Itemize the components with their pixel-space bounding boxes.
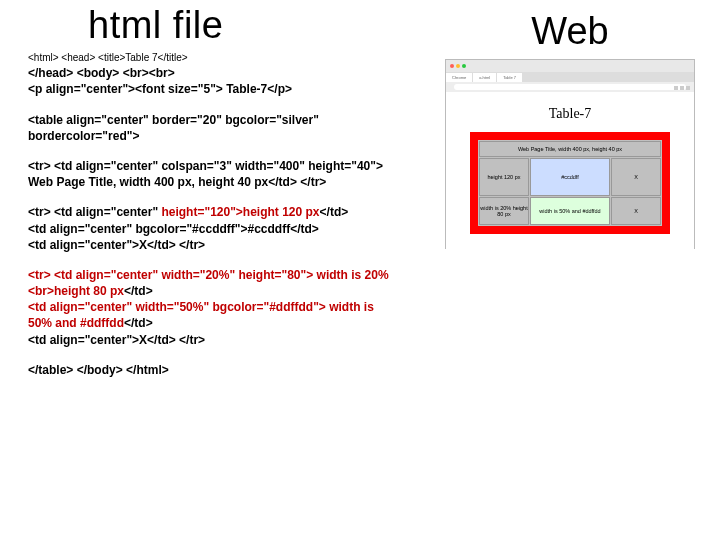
rendered-table: Web Page Title, width 400 px, height 40 … — [470, 132, 670, 234]
code-line: bordercolor="red"> — [28, 129, 139, 143]
code-line: </table> </body> </html> — [28, 362, 398, 378]
left-heading: html file — [88, 4, 398, 47]
tab-bar: Chrome a.html Table 7 — [446, 72, 694, 82]
rendered-title: Table-7 — [456, 106, 684, 122]
code-line: </td> — [124, 284, 153, 298]
code-highlight: <td align="center" width="50%" bgcolor="… — [28, 300, 374, 330]
right-heading: Web — [440, 10, 700, 53]
code-line: <tr> <td align="center" — [28, 205, 161, 219]
table-cell: X — [611, 197, 661, 225]
address-bar[interactable] — [454, 84, 686, 90]
code-line: Web Page Title, width 400 px, height 40 … — [28, 175, 268, 189]
close-icon[interactable] — [450, 64, 454, 68]
bookmark-icon[interactable] — [680, 86, 684, 90]
bookmark-icon[interactable] — [686, 86, 690, 90]
table-cell-blue: #ccddff — [530, 158, 610, 196]
code-line: <tr> <td align="center" colspan="3" widt… — [28, 159, 383, 173]
bookmark-icon[interactable] — [674, 86, 678, 90]
browser-tab[interactable]: a.html — [473, 73, 496, 82]
code-line: </td> — [320, 205, 349, 219]
code-highlight: <tr> <td align="center" width="20%" heig… — [28, 268, 389, 298]
table-cell: width is 20% height 80 px — [479, 197, 529, 225]
code-line: <table align="center" border="20" bgcolo… — [28, 113, 319, 127]
browser-tab[interactable]: Table 7 — [497, 73, 522, 82]
code-line: <p align="center"><font size="5"> Table-… — [28, 82, 292, 96]
code-line: <td align="center">X</td> </tr> — [28, 333, 205, 347]
window-controls — [446, 60, 694, 72]
toolbar — [446, 82, 694, 92]
table-cell: X — [611, 158, 661, 196]
minimize-icon[interactable] — [456, 64, 460, 68]
table-cell-header: Web Page Title, width 400 px, height 40 … — [479, 141, 661, 157]
code-line: <html> <head> <title>Table 7</title> — [28, 52, 188, 63]
browser-tab[interactable]: Chrome — [446, 73, 472, 82]
table-cell: height 120 px — [479, 158, 529, 196]
code-line: </td> </tr> — [268, 175, 326, 189]
code-line: </td> — [124, 316, 153, 330]
bookmark-bar — [674, 86, 690, 90]
code-line: </head> <body> <br><br> — [28, 66, 175, 80]
code-listing: <html> <head> <title>Table 7</title> </h… — [28, 49, 398, 378]
code-line: <td align="center" bgcolor="#ccddff">#cc… — [28, 222, 319, 236]
table-cell-green: width is 50% and #ddffdd — [530, 197, 610, 225]
maximize-icon[interactable] — [462, 64, 466, 68]
browser-window: Chrome a.html Table 7 Table-7 Web Page T… — [445, 59, 695, 249]
page-body: Table-7 Web Page Title, width 400 px, he… — [446, 92, 694, 250]
code-line: <td align="center">X</td> </tr> — [28, 238, 205, 252]
code-highlight: height="120">height 120 px — [161, 205, 319, 219]
